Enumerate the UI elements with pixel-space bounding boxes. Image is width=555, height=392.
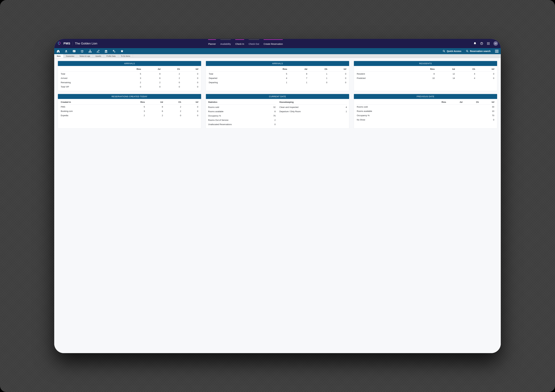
reservation-search-label: Reservation search: [470, 50, 490, 52]
table-row: Remaining2200: [60, 80, 199, 85]
arrivals-1-table: RmsAdChInfTotal5820Arrived3620Remaining2…: [60, 67, 199, 89]
topnav-check-out[interactable]: Check Out: [249, 39, 259, 48]
quick-access-search[interactable]: Quick Access: [443, 50, 461, 53]
svg-rect-20: [90, 52, 91, 53]
cell: 10: [406, 76, 435, 80]
avatar[interactable]: SP: [493, 41, 498, 46]
cell: [463, 118, 480, 122]
apps-grid-icon[interactable]: [487, 42, 490, 45]
col-head: Rms: [114, 67, 142, 72]
panel-title: ARRIVALS: [58, 61, 201, 66]
cell: Total: [60, 72, 114, 76]
quick-access-label: Quick Access: [447, 50, 461, 52]
table-row: Expedia2200: [60, 113, 199, 118]
menu-icon[interactable]: [495, 50, 498, 53]
panel-reservations: RESERVATIONS CREATED TODAY Created inRms…: [58, 94, 201, 128]
subtab-profile-data[interactable]: Profile Data: [104, 54, 118, 58]
hotel-name: The Golden Lion: [75, 42, 97, 45]
svg-rect-8: [487, 44, 488, 45]
sunrise-icon[interactable]: [65, 50, 68, 53]
col-head: Ad: [435, 67, 455, 72]
cell: Expedia: [60, 113, 120, 118]
svg-point-15: [82, 50, 83, 51]
stat-label: Clean and Inspected: [279, 106, 298, 108]
svg-point-12: [73, 51, 74, 51]
previous-table: RmsAdChInfRooms sold30Rooms available10O…: [356, 100, 495, 122]
cell: 0: [182, 109, 199, 113]
cell: PMS: [60, 105, 120, 109]
svg-point-22: [113, 50, 114, 51]
col-head: Ad: [288, 67, 308, 72]
table-row: Occupancy %70: [356, 113, 495, 118]
topnav-planner[interactable]: Planner: [208, 39, 216, 48]
home-icon[interactable]: [57, 50, 60, 53]
stat-row: Rooms Out of Service2: [208, 118, 276, 122]
cell: 4: [259, 76, 288, 80]
col-head: [208, 67, 259, 72]
subtab-to-do-items[interactable]: To Do Items: [118, 54, 133, 58]
subtab-main[interactable]: Main: [54, 54, 64, 58]
help-icon[interactable]: [480, 42, 483, 45]
svg-rect-7: [489, 43, 489, 44]
sitemap-icon[interactable]: [88, 50, 92, 53]
table-row: Arrived3620: [60, 76, 199, 80]
stat-value: 1: [346, 110, 347, 113]
cell: 2: [164, 105, 182, 109]
cell: Predicted: [356, 76, 406, 80]
cell: Booking.com: [60, 109, 120, 113]
cell: [463, 113, 480, 118]
topnav-check-in[interactable]: Check In: [235, 39, 244, 48]
cell: 5: [114, 72, 142, 76]
cell: Remaining: [60, 80, 114, 85]
reservation-search[interactable]: Reservation search: [466, 50, 490, 53]
cell: 14: [435, 76, 455, 80]
chart-icon[interactable]: [96, 50, 100, 53]
housekeeping-block: HousekeepingClean and Inspected4Departur…: [279, 100, 347, 127]
bell-icon[interactable]: [473, 42, 476, 45]
stat-value: 2: [274, 119, 276, 121]
panel-arrivals-2: ARRIVALS RmsAdChInfTotal5810Departed4710…: [206, 61, 349, 91]
table-row: Rooms available10: [356, 109, 495, 113]
top-nav: PlannerAvailabilityCheck InCheck OutCrea…: [208, 39, 283, 48]
table-row: Departing1100: [208, 80, 347, 85]
stat-value: 32: [273, 106, 276, 108]
cell: 0: [181, 76, 199, 80]
cell: Departing: [208, 80, 259, 85]
col-head: Rms: [424, 100, 447, 105]
panel-title: ARRIVALS: [206, 61, 349, 66]
cell: 5: [259, 72, 288, 76]
cell: 0: [181, 80, 199, 85]
svg-point-17: [83, 50, 83, 51]
subtab-notes-logs[interactable]: Notes & Logs: [77, 54, 93, 58]
stat-head: Housekeeping: [279, 100, 347, 105]
cell: 4: [455, 72, 476, 76]
subtab-guarantee[interactable]: Guarantee: [64, 54, 77, 58]
panel-title: PREVIOUS DATE: [354, 94, 497, 99]
svg-rect-9: [488, 44, 489, 45]
id-card-icon[interactable]: [73, 50, 76, 53]
cell: 0: [328, 80, 347, 85]
stat-head: Statistics: [208, 100, 276, 105]
cell: [424, 109, 447, 113]
svg-rect-10: [489, 44, 489, 45]
gears-icon[interactable]: [112, 50, 116, 53]
col-head: Created in: [60, 100, 120, 105]
svg-rect-19: [89, 52, 89, 53]
bank-icon[interactable]: [104, 50, 108, 53]
topbar: PMS The Golden Lion PlannerAvailabilityC…: [54, 39, 501, 48]
statistics-block: StatisticsRooms sold32Rooms available8Oc…: [208, 100, 276, 127]
cell: 4: [455, 76, 476, 80]
cell: 3: [114, 76, 142, 80]
topnav-availability[interactable]: Availability: [220, 39, 231, 48]
table-row: No Show0: [356, 118, 495, 122]
col-head: [356, 67, 406, 72]
topnav-create-reservation[interactable]: Create Reservation: [264, 39, 283, 48]
subtab-upsells[interactable]: Upsells: [93, 54, 104, 58]
group-icon[interactable]: [80, 50, 84, 53]
panel-title: CURRENT DATE: [206, 94, 349, 99]
cell: 8: [288, 72, 308, 76]
star-icon[interactable]: [120, 50, 124, 53]
svg-rect-2: [487, 42, 488, 43]
stat-row: Clean and Inspected4: [279, 105, 347, 109]
tablet-frame: PMS The Golden Lion PlannerAvailabilityC…: [54, 39, 501, 353]
